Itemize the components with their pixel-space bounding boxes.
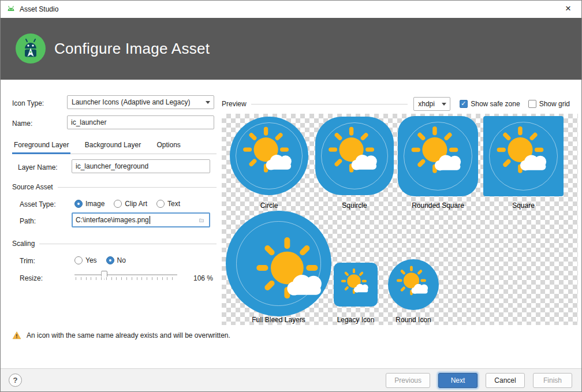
tab-background-layer[interactable]: Background Layer [83,137,143,154]
show-grid-checkbox[interactable]: Show grid [528,100,570,108]
finish-button[interactable]: Finish [533,373,572,388]
radio-circle [114,200,122,208]
radio-label: Image [85,200,105,208]
path-label: Path: [20,216,36,226]
folder-icon [199,216,204,224]
trim-no-radio[interactable]: No [106,256,126,264]
radio-circle [74,200,83,208]
show-safe-zone-checkbox[interactable]: Show safe zone [460,100,520,108]
radio-label: Text [167,200,180,208]
preview-label: Squircle [315,201,394,210]
density-value: xhdpi [418,100,435,108]
trim-label: Trim: [20,256,35,266]
icon-type-value: Launcher Icons (Adaptive and Legacy) [72,98,190,106]
scaling-heading: Scaling [12,240,217,248]
preview-label: Full Bleed Layers [226,316,331,324]
footer-buttons: Previous Next Cancel Finish [386,373,572,388]
asset-type-text-radio[interactable]: Text [156,200,180,208]
name-input[interactable] [67,115,214,129]
help-button[interactable]: ? [9,374,22,387]
next-button[interactable]: Next [438,373,477,388]
window-title: Asset Studio [20,1,58,18]
previous-button[interactable]: Previous [386,373,430,388]
preview-label: Round Icon [379,316,448,324]
radio-circle [74,256,83,264]
checkbox-label: Show grid [539,100,570,108]
radio-label: No [117,256,126,264]
layer-name-input[interactable] [72,159,210,173]
layer-tabs: Foreground Layer Background Layer Option… [12,137,217,154]
asset-type-label: Asset Type: [20,200,55,209]
source-asset-heading: Source Asset [12,183,217,191]
path-value: C:\interface\images.png [76,216,149,224]
radio-label: Yes [85,256,97,264]
preview-area: Circle Squircle Rounded Square Square Fu… [222,114,578,325]
warning-text: An icon with the same name already exist… [27,331,230,339]
trim-yes-radio[interactable]: Yes [74,256,97,264]
density-select[interactable]: xhdpi [413,97,450,111]
preview-label: Circle [230,201,308,210]
checkbox-label: Show safe zone [471,100,520,108]
page-title: Configure Image Asset [54,18,210,80]
icon-type-label: Icon Type: [12,99,44,108]
icon-type-select[interactable]: Launcher Icons (Adaptive and Legacy) [67,95,214,109]
dialog-header: Configure Image Asset [1,18,581,80]
asset-studio-dialog: Asset Studio × Configure Image Asset Ico… [0,0,582,392]
path-input[interactable]: C:\interface\images.png [72,212,210,227]
radio-circle [106,256,114,264]
preview-circle-icon [230,117,308,195]
resize-value: 106 % [193,274,213,283]
checkbox-box [460,100,468,108]
layer-name-label: Layer Name: [18,163,58,172]
browse-folder-button[interactable] [196,215,207,225]
warning-row: An icon with the same name already exist… [12,331,230,340]
slider-ticks [76,277,177,280]
asset-type-clipart-radio[interactable]: Clip Art [114,200,147,208]
asset-type-radio-group: Image Clip Art Text [74,199,180,209]
divider [39,244,217,244]
trim-radio-group: Yes No [74,255,126,266]
tab-options[interactable]: Options [155,137,182,154]
chevron-down-icon [206,101,210,106]
footer-bar: ? Previous Next Cancel Finish [1,368,581,391]
tab-foreground-layer[interactable]: Foreground Layer [12,137,70,154]
preview-full-bleed-icon [226,211,331,316]
preview-legacy-icon [334,263,378,307]
preview-header: Preview xhdpi Show safe zone Show grid [222,96,578,111]
preview-rounded-square-icon [398,116,478,196]
divider [251,104,408,104]
resize-slider [74,270,177,282]
android-app-icon [6,5,16,14]
checkbox-box [528,100,536,108]
preview-label: Rounded Square [398,201,478,210]
asset-type-image-radio[interactable]: Image [74,200,105,208]
preview-heading: Preview [222,100,247,108]
radio-label: Clip Art [125,200,147,208]
preview-label: Square [483,201,564,210]
radio-circle [156,200,165,208]
divider [58,187,217,188]
android-studio-logo [15,33,46,64]
preview-round-icon [388,259,439,310]
slider-track [74,274,177,275]
preview-squircle-icon [315,117,394,195]
resize-label: Resize: [20,274,43,283]
chevron-down-icon [442,103,446,108]
cancel-button[interactable]: Cancel [486,373,525,388]
text-caret [150,216,150,224]
titlebar: Asset Studio × [1,1,581,18]
preview-square-icon [483,116,564,196]
warning-icon [12,331,21,340]
close-button[interactable]: × [555,1,581,18]
name-label: Name: [12,119,32,128]
